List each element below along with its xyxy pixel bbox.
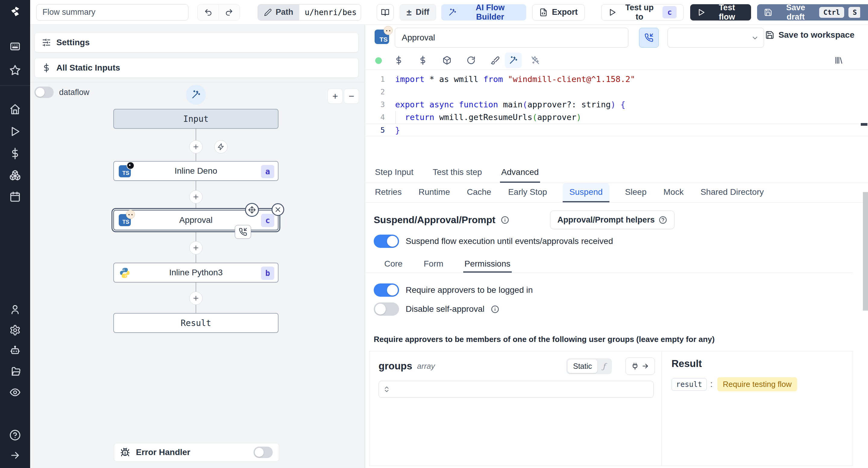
code-line[interactable]: 2	[366, 86, 868, 98]
tab-sleep[interactable]: Sleep	[624, 183, 648, 202]
export-button[interactable]: Export	[532, 4, 585, 21]
code-editor[interactable]: 1 import * as wmill from "windmill-clien…	[366, 70, 868, 163]
panel-scrollbar[interactable]	[863, 192, 868, 311]
code-line-current[interactable]: 5 }	[366, 124, 868, 136]
suspend-toggle-label: Suspend flow execution until events/appr…	[406, 236, 613, 246]
suspend-mode-button[interactable]	[639, 28, 659, 48]
error-handler-toggle[interactable]	[253, 447, 273, 458]
help-circle-icon[interactable]	[9, 429, 21, 441]
trigger-zap-button[interactable]	[214, 140, 227, 153]
resources-boxes-icon[interactable]	[9, 169, 21, 181]
reload-icon[interactable]	[466, 55, 476, 66]
tab-mock[interactable]: Mock	[662, 183, 685, 202]
tab-core[interactable]: Core	[383, 256, 404, 272]
save-to-workspace-button[interactable]: Save to workspace	[765, 30, 855, 40]
groups-array-input[interactable]	[378, 381, 654, 398]
require-login-toggle[interactable]	[374, 284, 399, 297]
connect-input-button[interactable]	[625, 357, 655, 375]
flow-settings-button[interactable]: Settings	[34, 33, 359, 53]
resources-dollar-icon[interactable]	[417, 55, 428, 66]
home-icon[interactable]	[9, 104, 21, 116]
flow-node-result[interactable]: Result	[113, 313, 278, 333]
zoom-out-button[interactable]: −	[344, 89, 359, 104]
diff-button[interactable]: ± Diff	[400, 4, 436, 21]
disable-self-approval-toggle[interactable]	[374, 302, 399, 316]
path-value[interactable]: u/henri/bes	[299, 4, 361, 20]
package-icon[interactable]	[441, 55, 453, 66]
apps-window-icon[interactable]	[9, 40, 21, 53]
format-brush-icon[interactable]	[490, 55, 501, 66]
flow-node-inline-python3[interactable]: Inline Python3 b	[113, 263, 278, 283]
step-summary-select[interactable]	[668, 28, 764, 48]
info-icon[interactable]	[491, 305, 499, 313]
tab-retries[interactable]: Retries	[374, 183, 403, 202]
variables-dollar-icon[interactable]	[9, 147, 21, 159]
line-number: 3	[366, 98, 385, 111]
sparkles-off-icon[interactable]	[530, 55, 541, 66]
tab-form[interactable]: Form	[423, 256, 444, 272]
insert-step-button[interactable]	[189, 140, 203, 153]
windmill-logo-icon[interactable]	[9, 5, 21, 18]
expand-arrow-right-icon[interactable]	[9, 449, 21, 461]
docs-book-button[interactable]	[377, 4, 393, 21]
tab-step-input[interactable]: Step Input	[374, 163, 415, 183]
suspend-toggle[interactable]	[374, 235, 399, 248]
bun-ts-icon: TS	[375, 30, 389, 44]
ai-wand-icon[interactable]	[505, 53, 522, 68]
flow-summary-input[interactable]	[36, 4, 188, 21]
tab-cache[interactable]: Cache	[466, 183, 493, 202]
audit-eye-icon[interactable]	[9, 386, 21, 398]
flow-node-inline-deno[interactable]: TS Inline Deno a	[113, 161, 278, 181]
users-icon[interactable]	[9, 303, 21, 315]
tab-advanced[interactable]: Advanced	[500, 163, 540, 183]
delete-node-button[interactable]	[272, 203, 284, 216]
favorites-star-icon[interactable]	[9, 64, 21, 76]
insert-step-button[interactable]	[189, 190, 203, 204]
all-static-inputs-button[interactable]: All Static Inputs	[34, 58, 359, 78]
step-name-input[interactable]	[395, 28, 628, 48]
workers-bot-icon[interactable]	[9, 345, 21, 357]
approval-prompt-helpers-button[interactable]: Approval/Prompt helpers	[550, 210, 675, 229]
insert-step-button[interactable]	[189, 241, 203, 255]
tab-suspend[interactable]: Suspend	[563, 183, 610, 202]
result-key-chip[interactable]: result	[672, 378, 707, 391]
path-edit-button[interactable]: Path	[258, 4, 299, 20]
groups-field-type: array	[417, 361, 435, 371]
static-segment[interactable]: Static	[567, 359, 597, 373]
runs-play-icon[interactable]	[9, 125, 21, 138]
ai-flow-builder-button[interactable]: AI Flow Builder	[441, 4, 526, 21]
fx-segment[interactable]: ƒ	[597, 362, 611, 371]
error-handler-row[interactable]: Error Handler	[114, 443, 279, 462]
move-node-button[interactable]	[245, 203, 259, 217]
tab-test-this-step[interactable]: Test this step	[432, 163, 483, 183]
code-line[interactable]: 3 export async function main(approver?: …	[366, 98, 868, 111]
tab-permissions[interactable]: Permissions	[463, 256, 512, 272]
tab-runtime[interactable]: Runtime	[417, 183, 451, 202]
save-draft-button[interactable]: Save draft Ctrl S	[757, 4, 868, 21]
groups-value-input[interactable]	[393, 383, 649, 395]
tab-shared-directory[interactable]: Shared Directory	[699, 183, 765, 202]
error-handler-label: Error Handler	[136, 447, 190, 457]
path-group[interactable]: Path u/henri/bes	[258, 4, 361, 21]
dataflow-toggle[interactable]	[34, 87, 54, 98]
library-icon[interactable]	[833, 55, 844, 66]
deploy-button-partial[interactable]	[860, 4, 868, 21]
result-value-chip[interactable]: Require testing flow	[717, 377, 797, 391]
undo-button[interactable]	[198, 4, 218, 20]
zoom-in-button[interactable]: +	[328, 89, 343, 104]
code-line[interactable]: 1 import * as wmill from "windmill-clien…	[366, 73, 868, 86]
settings-gear-icon[interactable]	[9, 324, 21, 336]
test-up-to-button[interactable]: Test up to c	[601, 4, 684, 21]
flow-node-input[interactable]: Input	[113, 109, 278, 129]
code-line[interactable]: 4 return wmill.getResumeUrls(approver)	[366, 111, 868, 124]
variables-dollar-icon[interactable]	[393, 55, 404, 66]
info-icon[interactable]	[501, 216, 509, 224]
test-flow-button[interactable]: Test flow	[690, 4, 751, 21]
kbd-ctrl: Ctrl	[819, 7, 844, 18]
redo-button[interactable]	[218, 4, 239, 20]
tab-early-stop[interactable]: Early Stop	[507, 183, 548, 202]
schedules-calendar-icon[interactable]	[9, 191, 21, 203]
folders-icon[interactable]	[9, 366, 21, 378]
insert-step-button[interactable]	[189, 292, 203, 305]
ai-wand-button[interactable]	[186, 85, 206, 105]
